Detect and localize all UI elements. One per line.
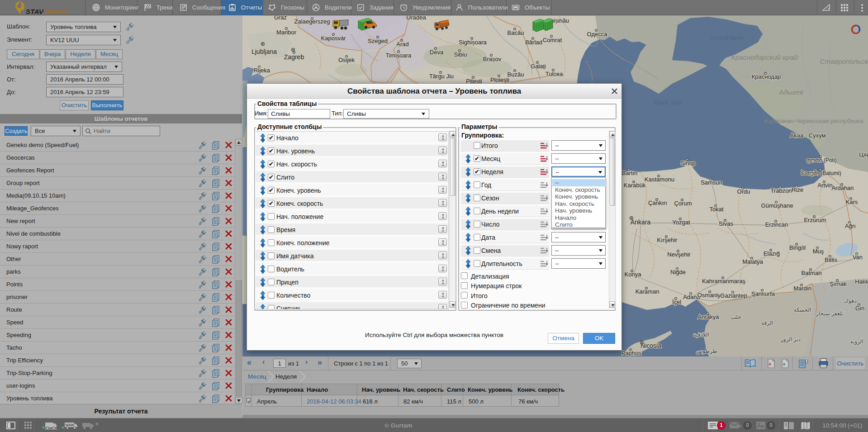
svg-text:Sighișoara: Sighișoara: [459, 39, 487, 46]
svg-text:دير الزور: دير الزور: [780, 336, 801, 343]
svg-text:Van: Van: [853, 254, 863, 261]
svg-text:Краснодарский край: Краснодарский край: [731, 53, 798, 61]
svg-text:Comrat: Comrat: [543, 37, 562, 43]
svg-text:x: x: [783, 362, 785, 366]
svg-text:Sea of Azov: Sea of Azov: [711, 34, 744, 41]
svg-text:Hakk: Hakk: [855, 278, 868, 285]
svg-text:A: A: [768, 362, 772, 366]
svg-text:Buzău: Buzău: [508, 71, 524, 78]
svg-text:Краснодар: Краснодар: [752, 73, 781, 80]
svg-text:Oradea: Oradea: [406, 16, 426, 21]
svg-text:Elazığ: Elazığ: [764, 250, 780, 257]
svg-text:Çankırı: Çankırı: [648, 199, 667, 206]
svg-text:Mardin: Mardin: [793, 285, 811, 292]
svg-text:Bingöl: Bingöl: [789, 244, 806, 251]
svg-text:Karabük: Karabük: [624, 182, 646, 189]
svg-text:Muş: Muş: [813, 248, 824, 255]
svg-text:Kahramanmaraş: Kahramanmaraş: [702, 278, 746, 285]
svg-text:Artvin: Artvin: [817, 182, 832, 189]
svg-text:Graz: Graz: [274, 16, 287, 21]
svg-text:Ardahan: Ardahan: [831, 185, 854, 191]
svg-text:Black Sea: Black Sea: [654, 99, 682, 106]
svg-text:Одесса: Одесса: [587, 31, 608, 38]
svg-text:الحسكة: الحسكة: [794, 307, 811, 313]
svg-text:Ставропольски: Ставропольски: [820, 57, 868, 65]
svg-text:Trabzon: Trabzon: [770, 187, 792, 194]
svg-text:Galați: Galați: [531, 63, 546, 70]
svg-text:تلعفر سنجار: تلعفر سنجار: [816, 310, 843, 317]
svg-text:Bartın: Bartın: [622, 170, 638, 176]
svg-text:Çorum: Çorum: [674, 200, 692, 207]
svg-text:Sinop: Sinop: [680, 160, 695, 166]
svg-text:Tulcea: Tulcea: [545, 71, 563, 77]
svg-text:Kırşehir: Kırşehir: [657, 237, 678, 243]
svg-text:Tokat: Tokat: [709, 206, 723, 213]
svg-text:Адыгея: Адыгея: [779, 88, 803, 96]
svg-text:Bârlad: Bârlad: [525, 39, 542, 46]
svg-text:Gümüşhane: Gümüşhane: [761, 202, 793, 209]
svg-text:Samsun: Samsun: [701, 179, 722, 186]
svg-text:Ankara: Ankara: [631, 218, 651, 226]
svg-text:Paphos: Paphos: [621, 350, 642, 356]
svg-text:Erzurum: Erzurum: [804, 217, 826, 223]
svg-text:Brașov: Brașov: [483, 56, 502, 62]
svg-text:Târgu Jiu: Târgu Jiu: [429, 73, 454, 80]
svg-text:Antakya: Antakya: [698, 313, 720, 320]
svg-text:Zalaegerszeg: Zalaegerszeg: [294, 18, 330, 25]
svg-text:Sivas: Sivas: [719, 220, 733, 227]
svg-text:Şırnak: Şırnak: [830, 280, 847, 287]
svg-text:الرقة: الرقة: [761, 320, 773, 327]
svg-text:Yozgat: Yozgat: [672, 219, 690, 226]
svg-text:Kastamonu: Kastamonu: [645, 176, 674, 183]
svg-text:Karaman: Karaman: [636, 288, 659, 295]
svg-text:Malatya: Malatya: [742, 258, 763, 265]
svg-text:Gaziantep: Gaziantep: [720, 292, 747, 299]
svg-text:Карачаево-Черкесская республик: Карачаево-Черкесская республика: [764, 118, 863, 124]
svg-text:دهوك: دهوك: [844, 298, 857, 304]
svg-text:Rize: Rize: [792, 186, 803, 193]
svg-text:Arad: Arad: [396, 41, 408, 47]
svg-text:Zagreb: Zagreb: [284, 53, 304, 61]
svg-text:Akəa - Сухум: Akəa - Сухум: [790, 132, 826, 139]
svg-text:ბათუმი (Batumi): ბათუმი (Batumi): [801, 170, 841, 176]
svg-text:Ağrı: Ağrı: [845, 223, 856, 229]
svg-text:طرطوس: طرطوس: [696, 348, 717, 355]
svg-text:İçel: İçel: [672, 299, 681, 305]
svg-text:Osijek: Osijek: [338, 57, 355, 63]
svg-text:Nevşehir: Nevşehir: [667, 251, 691, 258]
svg-text:Ordu: Ordu: [737, 188, 750, 195]
svg-text:Bitlis: Bitlis: [825, 256, 837, 263]
svg-text:Цхи: Цхи: [859, 151, 868, 158]
svg-text:Szeged: Szeged: [368, 38, 388, 44]
svg-text:اللاذقية: اللاذقية: [693, 332, 709, 338]
svg-text:Kaposvár: Kaposvár: [321, 35, 346, 42]
svg-text:Ljubljana: Ljubljana: [251, 48, 277, 55]
svg-text:Ploiești: Ploiești: [490, 76, 509, 83]
svg-text:الروية: الروية: [850, 338, 863, 345]
svg-text:Niğde: Niğde: [670, 269, 686, 275]
svg-text:Batman: Batman: [802, 270, 822, 276]
svg-text:Sibiu: Sibiu: [454, 51, 467, 58]
svg-text:Konya: Konya: [625, 271, 642, 278]
svg-text:Erzincan: Erzincan: [765, 221, 788, 228]
svg-text:ფოთი (Poti): ფოთი (Poti): [806, 157, 836, 163]
svg-text:Şanlıurfa: Şanlıurfa: [751, 290, 775, 297]
svg-text:Bacău: Bacău: [508, 29, 524, 36]
svg-text:Rijeka: Rijeka: [254, 67, 270, 74]
svg-text:Giri: Giri: [855, 305, 864, 312]
svg-text:حلب: حلب: [730, 314, 741, 320]
svg-text:Timișoara: Timișoara: [386, 52, 412, 59]
svg-text:Kars: Kars: [846, 199, 858, 205]
svg-text:Maribor: Maribor: [276, 29, 297, 36]
svg-text:Nicosia: Nicosia: [640, 342, 661, 349]
svg-text:Deva: Deva: [430, 49, 444, 56]
